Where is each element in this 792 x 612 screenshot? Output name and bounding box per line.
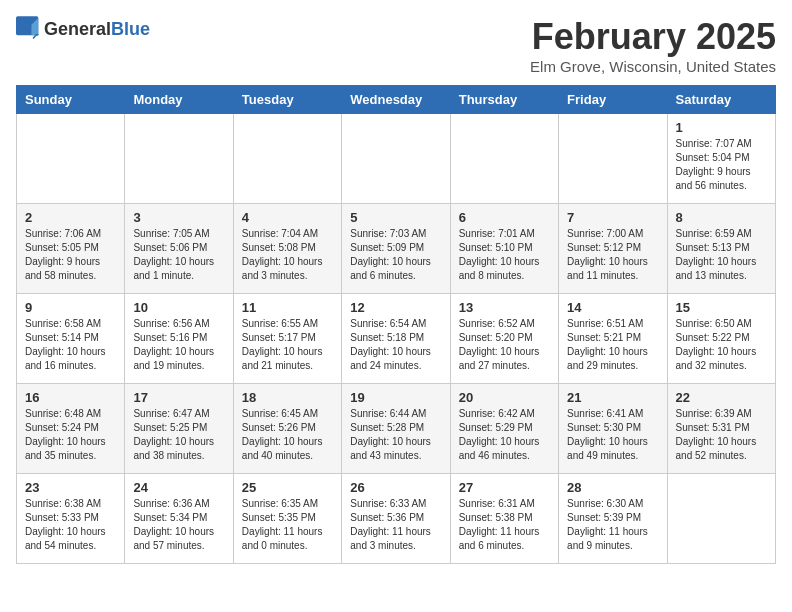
day-number: 19 [350, 390, 441, 405]
header: GeneralBlue February 2025 Elm Grove, Wis… [16, 16, 776, 75]
day-info: Sunrise: 7:04 AM Sunset: 5:08 PM Dayligh… [242, 227, 333, 283]
calendar-cell: 5Sunrise: 7:03 AM Sunset: 5:09 PM Daylig… [342, 204, 450, 294]
day-info: Sunrise: 6:50 AM Sunset: 5:22 PM Dayligh… [676, 317, 767, 373]
day-number: 12 [350, 300, 441, 315]
calendar-cell: 21Sunrise: 6:41 AM Sunset: 5:30 PM Dayli… [559, 384, 667, 474]
calendar-cell: 6Sunrise: 7:01 AM Sunset: 5:10 PM Daylig… [450, 204, 558, 294]
calendar-cell: 14Sunrise: 6:51 AM Sunset: 5:21 PM Dayli… [559, 294, 667, 384]
day-number: 26 [350, 480, 441, 495]
day-number: 1 [676, 120, 767, 135]
calendar-cell [667, 474, 775, 564]
day-info: Sunrise: 6:42 AM Sunset: 5:29 PM Dayligh… [459, 407, 550, 463]
calendar-week-row: 2Sunrise: 7:06 AM Sunset: 5:05 PM Daylig… [17, 204, 776, 294]
calendar-cell: 3Sunrise: 7:05 AM Sunset: 5:06 PM Daylig… [125, 204, 233, 294]
day-number: 24 [133, 480, 224, 495]
logo: GeneralBlue [16, 16, 150, 44]
month-title: February 2025 [530, 16, 776, 58]
calendar-cell: 27Sunrise: 6:31 AM Sunset: 5:38 PM Dayli… [450, 474, 558, 564]
day-info: Sunrise: 6:52 AM Sunset: 5:20 PM Dayligh… [459, 317, 550, 373]
calendar-week-row: 16Sunrise: 6:48 AM Sunset: 5:24 PM Dayli… [17, 384, 776, 474]
day-number: 23 [25, 480, 116, 495]
calendar-cell: 8Sunrise: 6:59 AM Sunset: 5:13 PM Daylig… [667, 204, 775, 294]
day-info: Sunrise: 6:48 AM Sunset: 5:24 PM Dayligh… [25, 407, 116, 463]
calendar-cell: 25Sunrise: 6:35 AM Sunset: 5:35 PM Dayli… [233, 474, 341, 564]
calendar-cell [450, 114, 558, 204]
day-number: 15 [676, 300, 767, 315]
title-area: February 2025 Elm Grove, Wisconsin, Unit… [530, 16, 776, 75]
day-info: Sunrise: 7:00 AM Sunset: 5:12 PM Dayligh… [567, 227, 658, 283]
calendar-week-row: 1Sunrise: 7:07 AM Sunset: 5:04 PM Daylig… [17, 114, 776, 204]
day-number: 6 [459, 210, 550, 225]
day-info: Sunrise: 6:47 AM Sunset: 5:25 PM Dayligh… [133, 407, 224, 463]
day-info: Sunrise: 7:07 AM Sunset: 5:04 PM Dayligh… [676, 137, 767, 193]
calendar-cell: 23Sunrise: 6:38 AM Sunset: 5:33 PM Dayli… [17, 474, 125, 564]
day-number: 7 [567, 210, 658, 225]
day-info: Sunrise: 6:33 AM Sunset: 5:36 PM Dayligh… [350, 497, 441, 553]
calendar-cell [342, 114, 450, 204]
logo-text: GeneralBlue [44, 20, 150, 40]
day-info: Sunrise: 6:45 AM Sunset: 5:26 PM Dayligh… [242, 407, 333, 463]
day-number: 4 [242, 210, 333, 225]
day-info: Sunrise: 6:39 AM Sunset: 5:31 PM Dayligh… [676, 407, 767, 463]
calendar-cell: 2Sunrise: 7:06 AM Sunset: 5:05 PM Daylig… [17, 204, 125, 294]
calendar-cell: 9Sunrise: 6:58 AM Sunset: 5:14 PM Daylig… [17, 294, 125, 384]
day-info: Sunrise: 6:30 AM Sunset: 5:39 PM Dayligh… [567, 497, 658, 553]
day-number: 28 [567, 480, 658, 495]
day-number: 27 [459, 480, 550, 495]
day-number: 17 [133, 390, 224, 405]
calendar-cell: 26Sunrise: 6:33 AM Sunset: 5:36 PM Dayli… [342, 474, 450, 564]
day-number: 5 [350, 210, 441, 225]
calendar-cell [125, 114, 233, 204]
day-number: 2 [25, 210, 116, 225]
calendar-cell: 22Sunrise: 6:39 AM Sunset: 5:31 PM Dayli… [667, 384, 775, 474]
day-number: 21 [567, 390, 658, 405]
generalblue-icon [16, 16, 40, 44]
calendar-cell: 18Sunrise: 6:45 AM Sunset: 5:26 PM Dayli… [233, 384, 341, 474]
day-number: 11 [242, 300, 333, 315]
calendar-cell: 19Sunrise: 6:44 AM Sunset: 5:28 PM Dayli… [342, 384, 450, 474]
day-of-week-monday: Monday [125, 86, 233, 114]
day-info: Sunrise: 7:06 AM Sunset: 5:05 PM Dayligh… [25, 227, 116, 283]
calendar-cell: 4Sunrise: 7:04 AM Sunset: 5:08 PM Daylig… [233, 204, 341, 294]
calendar-cell: 7Sunrise: 7:00 AM Sunset: 5:12 PM Daylig… [559, 204, 667, 294]
day-number: 9 [25, 300, 116, 315]
day-info: Sunrise: 7:03 AM Sunset: 5:09 PM Dayligh… [350, 227, 441, 283]
day-info: Sunrise: 6:51 AM Sunset: 5:21 PM Dayligh… [567, 317, 658, 373]
calendar: SundayMondayTuesdayWednesdayThursdayFrid… [16, 85, 776, 564]
day-info: Sunrise: 6:36 AM Sunset: 5:34 PM Dayligh… [133, 497, 224, 553]
day-info: Sunrise: 7:05 AM Sunset: 5:06 PM Dayligh… [133, 227, 224, 283]
day-number: 20 [459, 390, 550, 405]
day-info: Sunrise: 6:55 AM Sunset: 5:17 PM Dayligh… [242, 317, 333, 373]
day-number: 13 [459, 300, 550, 315]
calendar-cell: 11Sunrise: 6:55 AM Sunset: 5:17 PM Dayli… [233, 294, 341, 384]
day-info: Sunrise: 6:41 AM Sunset: 5:30 PM Dayligh… [567, 407, 658, 463]
day-number: 8 [676, 210, 767, 225]
day-number: 22 [676, 390, 767, 405]
calendar-week-row: 23Sunrise: 6:38 AM Sunset: 5:33 PM Dayli… [17, 474, 776, 564]
calendar-cell [233, 114, 341, 204]
day-of-week-thursday: Thursday [450, 86, 558, 114]
calendar-cell: 13Sunrise: 6:52 AM Sunset: 5:20 PM Dayli… [450, 294, 558, 384]
day-number: 3 [133, 210, 224, 225]
day-of-week-wednesday: Wednesday [342, 86, 450, 114]
day-info: Sunrise: 6:58 AM Sunset: 5:14 PM Dayligh… [25, 317, 116, 373]
calendar-cell: 24Sunrise: 6:36 AM Sunset: 5:34 PM Dayli… [125, 474, 233, 564]
day-info: Sunrise: 7:01 AM Sunset: 5:10 PM Dayligh… [459, 227, 550, 283]
calendar-cell: 10Sunrise: 6:56 AM Sunset: 5:16 PM Dayli… [125, 294, 233, 384]
calendar-header-row: SundayMondayTuesdayWednesdayThursdayFrid… [17, 86, 776, 114]
day-info: Sunrise: 6:59 AM Sunset: 5:13 PM Dayligh… [676, 227, 767, 283]
day-info: Sunrise: 6:44 AM Sunset: 5:28 PM Dayligh… [350, 407, 441, 463]
calendar-week-row: 9Sunrise: 6:58 AM Sunset: 5:14 PM Daylig… [17, 294, 776, 384]
day-of-week-friday: Friday [559, 86, 667, 114]
calendar-cell [559, 114, 667, 204]
day-info: Sunrise: 6:38 AM Sunset: 5:33 PM Dayligh… [25, 497, 116, 553]
day-info: Sunrise: 6:54 AM Sunset: 5:18 PM Dayligh… [350, 317, 441, 373]
day-number: 16 [25, 390, 116, 405]
day-info: Sunrise: 6:31 AM Sunset: 5:38 PM Dayligh… [459, 497, 550, 553]
location: Elm Grove, Wisconsin, United States [530, 58, 776, 75]
calendar-cell: 20Sunrise: 6:42 AM Sunset: 5:29 PM Dayli… [450, 384, 558, 474]
day-of-week-saturday: Saturday [667, 86, 775, 114]
day-of-week-tuesday: Tuesday [233, 86, 341, 114]
day-number: 25 [242, 480, 333, 495]
calendar-cell: 28Sunrise: 6:30 AM Sunset: 5:39 PM Dayli… [559, 474, 667, 564]
